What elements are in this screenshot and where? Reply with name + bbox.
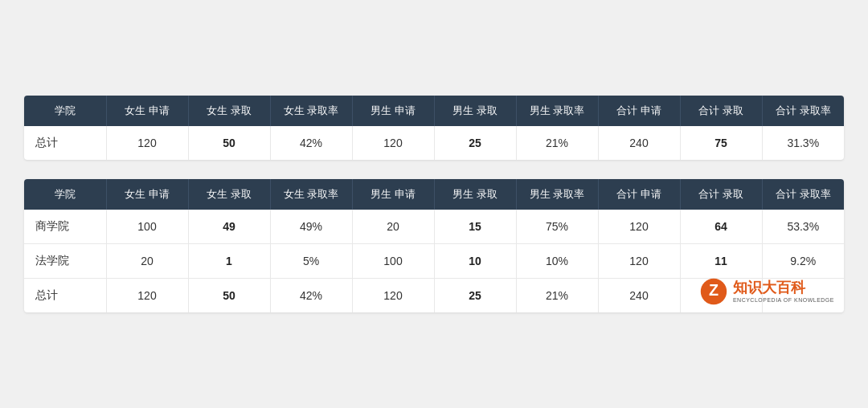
column-header: 男生 申请: [352, 179, 434, 210]
table-cell: 42%: [270, 279, 352, 313]
table-cell: 240: [598, 279, 680, 313]
table-cell: 法学院: [24, 244, 106, 279]
table-cell: 1: [188, 244, 270, 279]
table-cell: 9.2%: [762, 244, 844, 279]
table-cell: 120: [106, 279, 188, 313]
table-cell: 50: [188, 279, 270, 313]
table2-outer-wrapper: 学院女生 申请女生 录取女生 录取率男生 申请男生 录取男生 录取率合计 申请合…: [24, 179, 844, 312]
logo-icon: Z: [699, 277, 728, 306]
column-header: 合计 录取: [680, 179, 762, 210]
table-cell: 10: [434, 244, 516, 279]
column-header: 合计 录取率: [762, 96, 844, 126]
table-cell: 53.3%: [762, 210, 844, 244]
column-header: 合计 录取率: [762, 179, 844, 210]
table-cell: 49%: [270, 210, 352, 244]
table-cell: 120: [352, 279, 434, 313]
svg-text:Z: Z: [709, 282, 719, 300]
table-cell: 120: [352, 126, 434, 160]
column-header: 男生 申请: [352, 96, 434, 126]
logo-overlay: Z 知识大百科 ENCYCLOPEDIA OF KNOWLEDGE: [699, 277, 834, 306]
table-cell: 42%: [270, 126, 352, 160]
column-header: 男生 录取率: [516, 179, 598, 210]
table-cell: 5%: [270, 244, 352, 279]
table-cell: 总计: [24, 126, 106, 160]
table-cell: 21%: [516, 279, 598, 313]
column-header: 学院: [24, 96, 106, 126]
table-cell: 11: [680, 244, 762, 279]
table-row: 商学院1004949%201575%1206453.3%: [24, 210, 844, 244]
column-header: 女生 申请: [106, 96, 188, 126]
column-header: 女生 录取率: [270, 179, 352, 210]
column-header: 男生 录取: [434, 96, 516, 126]
logo-text: 知识大百科 ENCYCLOPEDIA OF KNOWLEDGE: [733, 279, 834, 304]
table-cell: 49: [188, 210, 270, 244]
table1: 学院女生 申请女生 录取女生 录取率男生 申请男生 录取男生 录取率合计 申请合…: [24, 96, 844, 160]
table-cell: 总计: [24, 279, 106, 313]
table-cell: 120: [598, 244, 680, 279]
table-cell: 20: [352, 210, 434, 244]
column-header: 男生 录取率: [516, 96, 598, 126]
table-cell: 64: [680, 210, 762, 244]
table-cell: 商学院: [24, 210, 106, 244]
table-cell: 75%: [516, 210, 598, 244]
table-cell: 31.3%: [762, 126, 844, 160]
table-row: 总计1205042%1202521%2407531.3%: [24, 126, 844, 160]
column-header: 女生 申请: [106, 179, 188, 210]
column-header: 合计 申请: [598, 96, 680, 126]
column-header: 合计 录取: [680, 96, 762, 126]
logo-sub-text: ENCYCLOPEDIA OF KNOWLEDGE: [733, 297, 834, 304]
table-cell: 100: [352, 244, 434, 279]
table-cell: 120: [598, 210, 680, 244]
table-cell: 20: [106, 244, 188, 279]
table-cell: 240: [598, 126, 680, 160]
column-header: 合计 申请: [598, 179, 680, 210]
table-cell: 120: [106, 126, 188, 160]
table-cell: 25: [434, 126, 516, 160]
table-cell: 25: [434, 279, 516, 313]
column-header: 男生 录取: [434, 179, 516, 210]
table-cell: 21%: [516, 126, 598, 160]
table-row: 法学院2015%1001010%120119.2%: [24, 244, 844, 279]
table-cell: 100: [106, 210, 188, 244]
table-cell: 50: [188, 126, 270, 160]
logo-main-text: 知识大百科: [733, 279, 834, 297]
table1-wrapper: 学院女生 申请女生 录取女生 录取率男生 申请男生 录取男生 录取率合计 申请合…: [24, 96, 844, 160]
column-header: 女生 录取: [188, 179, 270, 210]
column-header: 女生 录取: [188, 96, 270, 126]
table-cell: 10%: [516, 244, 598, 279]
table-cell: 75: [680, 126, 762, 160]
column-header: 学院: [24, 179, 106, 210]
column-header: 女生 录取率: [270, 96, 352, 126]
table-cell: 15: [434, 210, 516, 244]
